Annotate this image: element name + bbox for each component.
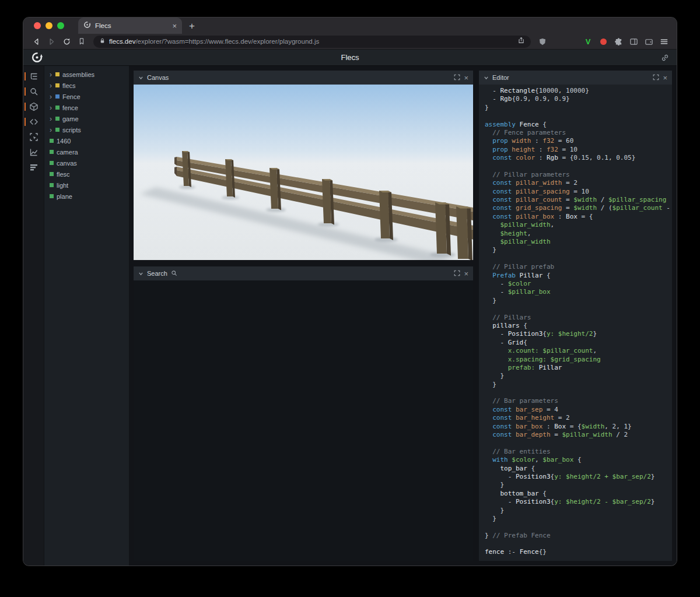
inspect-icon[interactable] — [23, 131, 44, 143]
brave-shield-icon[interactable] — [536, 35, 550, 48]
code-line: // Fence parameters — [485, 129, 672, 137]
share-link-icon[interactable] — [660, 53, 670, 65]
code-line: $pillar_width, — [485, 221, 672, 229]
code-line: // Pillar prefab — [485, 263, 672, 271]
chevron-down-icon[interactable] — [138, 72, 144, 83]
code-line: const bar_depth = $pillar_width / 2 — [485, 431, 672, 439]
code-line — [485, 305, 672, 313]
code-line: const bar_box : Box = {$width, 2, 1} — [485, 423, 672, 431]
extension-red-icon[interactable] — [596, 35, 610, 48]
tab-close-icon[interactable]: × — [172, 22, 177, 30]
editor-code[interactable]: - Rectangle{10000, 10000} - Rgb{0.9, 0.9… — [479, 85, 672, 561]
canvas-panel-title: Canvas — [147, 74, 169, 81]
entities-tree-icon[interactable] — [23, 71, 44, 82]
entity-color-square — [50, 161, 54, 165]
close-window-button[interactable] — [34, 22, 41, 29]
expand-panel-icon[interactable] — [454, 268, 460, 279]
tree-item-label: 1460 — [57, 138, 71, 145]
code-line: const grid_spacing = $width / ($pillar_c… — [485, 204, 672, 212]
share-icon[interactable] — [517, 36, 525, 47]
editor-panel: Editor × - Rectangle{10000, 10000} - Rgb… — [479, 71, 672, 561]
icon-sidebar — [23, 66, 44, 566]
code-line: - $pillar_box — [485, 288, 672, 296]
screen: Flecs × + flecs.dev/explore — [0, 0, 700, 597]
tree-item-scripts[interactable]: ›scripts — [44, 124, 129, 135]
tree-item-game[interactable]: ›game — [44, 113, 129, 124]
tree-item-label: Fence — [62, 93, 80, 100]
search-panel-header: Search × — [134, 266, 473, 280]
expand-arrow-icon[interactable]: › — [50, 82, 55, 89]
browser-tab[interactable]: Flecs × — [78, 17, 182, 34]
minimize-window-button[interactable] — [46, 22, 52, 29]
expand-panel-icon[interactable] — [653, 72, 659, 83]
expand-arrow-icon[interactable]: › — [50, 71, 55, 78]
code-line: const pillar_box : Box = { — [485, 213, 672, 221]
search-panel: Search × — [134, 266, 473, 561]
tree-item-flecs[interactable]: ›flecs — [44, 80, 129, 91]
search-panel-title: Search — [147, 270, 167, 277]
url-text: flecs.dev/explorer/?wasm=https://www.fle… — [109, 38, 514, 45]
close-panel-icon[interactable]: × — [464, 270, 468, 278]
tab-title: Flecs — [95, 22, 168, 29]
code-editor-icon[interactable] — [23, 116, 44, 128]
entity-color-square — [55, 83, 60, 87]
url-bar[interactable]: flecs.dev/explorer/?wasm=https://www.fle… — [93, 36, 531, 48]
left-column: Canvas × — [134, 71, 473, 561]
tree-item-canvas[interactable]: canvas — [44, 157, 129, 168]
code-line: const pillar_count = $width / $pillar_sp… — [485, 196, 672, 204]
chevron-down-icon[interactable] — [138, 268, 144, 279]
code-line: pillars { — [485, 322, 672, 330]
entity-color-square — [50, 150, 54, 154]
canvas-3d-viewport[interactable] — [134, 85, 473, 260]
expand-panel-icon[interactable] — [454, 72, 460, 83]
entity-color-square — [55, 128, 60, 132]
tree-item-flesc[interactable]: flesc — [44, 168, 129, 180]
menu-icon[interactable] — [657, 35, 671, 48]
close-panel-icon[interactable]: × — [464, 74, 468, 82]
code-line: x.count: $pillar_count, — [485, 347, 672, 355]
app-header: Flecs — [23, 50, 677, 66]
page-title: Flecs — [341, 53, 359, 62]
entity-color-square — [55, 117, 60, 121]
tree-item-label: canvas — [57, 160, 77, 167]
search-results-area[interactable] — [134, 280, 473, 561]
forward-button[interactable] — [44, 35, 58, 48]
back-button[interactable] — [29, 35, 43, 48]
tree-item-fence[interactable]: ›fence — [44, 102, 129, 113]
chevron-down-icon[interactable] — [484, 72, 489, 83]
tree-item-assemblies[interactable]: ›assemblies — [44, 69, 129, 80]
extensions-puzzle-icon[interactable] — [611, 35, 625, 48]
tree-item-label: fence — [62, 104, 78, 111]
expand-arrow-icon[interactable]: › — [50, 104, 55, 111]
url-path: /explorer/?wasm=https://www.flecs.dev/ex… — [135, 38, 319, 45]
code-line: assembly Fence { — [485, 121, 672, 129]
expand-arrow-icon[interactable]: › — [50, 115, 55, 122]
code-line: top_bar { — [485, 465, 672, 473]
close-panel-icon[interactable]: × — [663, 74, 667, 82]
expand-arrow-icon[interactable]: › — [50, 127, 55, 134]
tree-item-light[interactable]: light — [44, 180, 129, 191]
tab-strip: Flecs × + — [23, 17, 677, 34]
new-tab-button[interactable]: + — [189, 21, 195, 31]
tree-item-Fence[interactable]: ›Fence — [44, 91, 129, 102]
search-icon[interactable] — [23, 86, 44, 97]
entity-color-square — [50, 194, 54, 198]
sidebar-toggle-icon[interactable] — [626, 35, 640, 48]
entity-color-square — [50, 139, 54, 143]
tree-item-plane[interactable]: plane — [44, 191, 129, 202]
entity-tree: ›assemblies›flecs›Fence›fence›game›scrip… — [44, 66, 129, 566]
wallet-icon[interactable] — [642, 35, 656, 48]
expand-arrow-icon[interactable]: › — [50, 93, 55, 100]
zoom-window-button[interactable] — [57, 22, 64, 29]
reload-button[interactable] — [60, 35, 74, 48]
stats-chart-icon[interactable] — [23, 146, 44, 158]
tree-item-label: flesc — [57, 171, 70, 178]
tree-item-1460[interactable]: 1460 — [44, 135, 129, 146]
bookmark-icon[interactable] — [75, 35, 89, 48]
code-line: fence :- Fence{} — [485, 548, 672, 556]
canvas-3d-icon[interactable] — [23, 101, 44, 113]
memory-icon[interactable] — [23, 161, 44, 173]
extension-v-icon[interactable]: V — [581, 35, 595, 48]
code-line: } — [485, 381, 672, 389]
tree-item-camera[interactable]: camera — [44, 146, 129, 157]
